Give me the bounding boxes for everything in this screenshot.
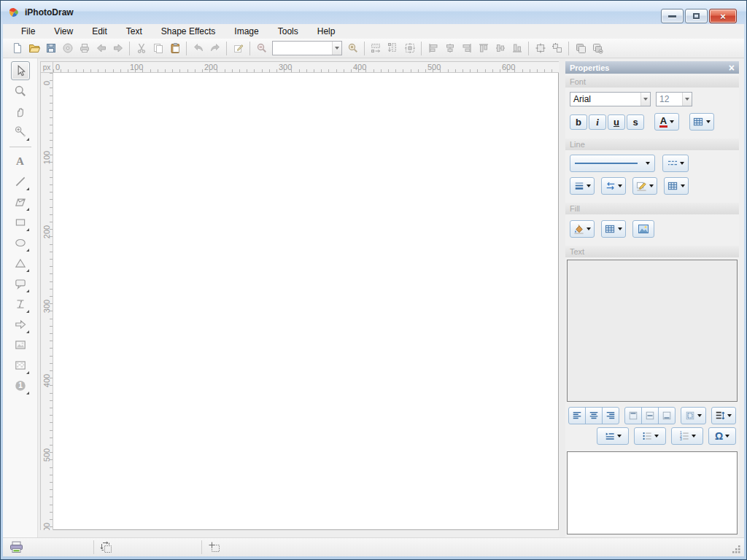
group-button[interactable] — [532, 40, 549, 57]
description-preview-box — [567, 451, 738, 534]
minimize-button[interactable] — [661, 9, 684, 23]
menu-tools[interactable]: Tools — [268, 25, 308, 38]
undo-button[interactable] — [190, 40, 206, 57]
statusbar — [3, 537, 744, 556]
line-width-button[interactable] — [570, 177, 595, 195]
restore-button[interactable] — [685, 9, 708, 23]
special-character-button[interactable]: Ω — [708, 427, 736, 445]
tool-polygon[interactable] — [11, 192, 30, 211]
fit-width-button[interactable] — [368, 40, 384, 57]
font-color-button[interactable]: A — [654, 113, 679, 131]
tool-arrow[interactable] — [11, 315, 30, 334]
line-arrows-button[interactable] — [601, 177, 626, 195]
open-button[interactable] — [26, 40, 42, 57]
fill-image-button[interactable] — [632, 220, 654, 238]
zoom-out-button[interactable] — [253, 40, 270, 57]
close-button[interactable]: × — [709, 9, 737, 23]
italic-button[interactable]: i — [589, 114, 606, 130]
resize-grip[interactable] — [731, 544, 741, 554]
copy-button[interactable] — [150, 40, 166, 57]
numbered-list-button[interactable]: 123 — [671, 427, 703, 445]
align-bottom-button[interactable] — [508, 40, 525, 57]
align-top-button[interactable] — [475, 40, 492, 57]
tool-triangle[interactable] — [11, 254, 30, 273]
line-spacing-button[interactable] — [711, 407, 737, 424]
tool-pan[interactable] — [11, 102, 30, 121]
tool-cutout[interactable] — [11, 356, 30, 375]
fill-apply-table-button[interactable] — [601, 220, 626, 238]
properties-close-button[interactable]: × — [729, 63, 735, 73]
text-align-center-button[interactable] — [585, 407, 603, 424]
zoom-level-combobox[interactable] — [272, 41, 342, 55]
menu-view[interactable]: View — [44, 25, 82, 38]
menu-image[interactable]: Image — [225, 25, 268, 38]
text-align-left-button[interactable] — [568, 407, 586, 424]
strikethrough-button[interactable]: s — [627, 114, 644, 130]
center-on-canvas-button[interactable] — [401, 40, 418, 57]
tool-text[interactable]: A — [11, 152, 30, 171]
text-align-right-button[interactable] — [602, 407, 619, 424]
new-button[interactable] — [9, 40, 26, 57]
fill-color-button[interactable] — [570, 220, 595, 238]
align-center-button[interactable] — [441, 40, 458, 57]
fit-height-button[interactable] — [384, 40, 401, 57]
dash-style-button[interactable] — [662, 155, 689, 172]
font-apply-table-button[interactable] — [689, 113, 714, 131]
align-right-button[interactable] — [458, 40, 475, 57]
valign-bottom-button[interactable] — [658, 407, 676, 424]
menu-shape-effects[interactable]: Shape Effects — [152, 25, 225, 38]
tool-numbering[interactable]: 1 — [11, 376, 30, 395]
tool-select[interactable] — [11, 61, 30, 80]
tool-stamp[interactable] — [11, 122, 30, 141]
ungroup-button[interactable] — [549, 40, 565, 57]
forward-button[interactable] — [109, 40, 126, 57]
redo-button[interactable] — [206, 40, 223, 57]
font-family-combobox[interactable]: Arial — [570, 92, 651, 106]
panel-splitter[interactable] — [560, 58, 565, 537]
titlebar[interactable]: iPhotoDraw × — [0, 0, 747, 24]
tool-ellipse[interactable] — [11, 233, 30, 252]
menu-file[interactable]: File — [12, 25, 44, 38]
zoom-level-input[interactable] — [273, 42, 332, 55]
zoom-combo-arrow[interactable] — [332, 42, 341, 55]
tool-rectangle[interactable] — [11, 213, 30, 232]
tool-line[interactable] — [11, 172, 30, 191]
underline-button[interactable]: u — [608, 114, 625, 130]
tool-dropdown-icon — [26, 310, 29, 313]
align-left-button[interactable] — [425, 40, 441, 57]
valign-top-button[interactable] — [624, 407, 642, 424]
h-ruler-label: 600 — [502, 63, 515, 71]
line-apply-table-button[interactable] — [664, 177, 689, 195]
text-margins-button[interactable] — [681, 407, 706, 424]
bring-forward-button[interactable] — [572, 40, 589, 57]
send-backward-button[interactable] — [589, 40, 605, 57]
tool-dimension[interactable] — [11, 295, 30, 314]
valign-middle-button[interactable] — [641, 407, 659, 424]
font-size-arrow[interactable] — [682, 93, 692, 106]
menu-text[interactable]: Text — [117, 25, 152, 38]
save-button[interactable] — [42, 40, 59, 57]
edit-annotation-button[interactable] — [230, 40, 247, 57]
tool-callout[interactable] — [11, 274, 30, 293]
tool-image[interactable] — [11, 335, 30, 354]
paste-button[interactable] — [166, 40, 183, 57]
bullet-list-button[interactable] — [634, 427, 666, 445]
indent-button[interactable] — [597, 427, 629, 445]
cut-button[interactable] — [133, 40, 150, 57]
back-button[interactable] — [93, 40, 109, 57]
bold-button[interactable]: b — [570, 114, 587, 130]
zoom-in-button[interactable] — [344, 40, 361, 57]
fill-image-icon — [638, 224, 649, 234]
line-color-button[interactable] — [632, 177, 657, 195]
text-content-area[interactable] — [567, 260, 738, 402]
menu-help[interactable]: Help — [308, 25, 345, 38]
font-size-combobox[interactable]: 12 — [656, 92, 692, 106]
drawing-canvas[interactable] — [53, 73, 559, 530]
font-family-arrow[interactable] — [640, 93, 650, 106]
align-middle-button[interactable] — [492, 40, 508, 57]
print-button[interactable] — [76, 40, 93, 57]
tool-zoom[interactable] — [11, 82, 30, 101]
burn-disc-button[interactable] — [59, 40, 76, 57]
line-style-combobox[interactable] — [570, 155, 655, 172]
menu-edit[interactable]: Edit — [82, 25, 117, 38]
